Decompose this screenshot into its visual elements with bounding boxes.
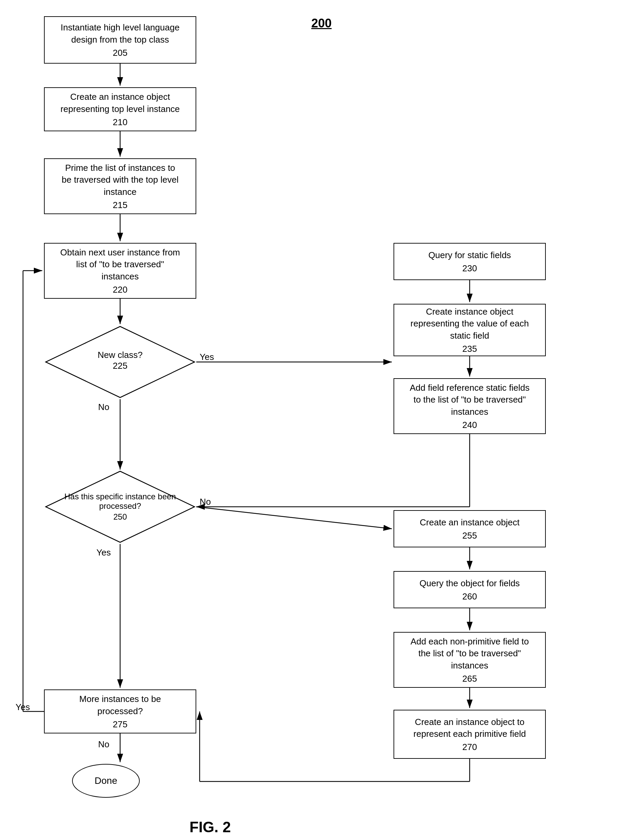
- box-215: Prime the list of instances tobe travers…: [44, 158, 196, 214]
- svg-text:New class?: New class?: [98, 350, 143, 360]
- svg-text:Has this specific instance bee: Has this specific instance been: [64, 492, 176, 501]
- done-label: Done: [95, 776, 117, 786]
- box-205-step: 205: [113, 48, 127, 58]
- diamond-250: Has this specific instance been processe…: [44, 470, 196, 544]
- box-220-label: Obtain next user instance fromlist of "t…: [60, 247, 180, 282]
- box-235-step: 235: [462, 344, 477, 354]
- box-230-label: Query for static fields: [429, 249, 511, 261]
- box-260-step: 260: [462, 591, 477, 602]
- yes-label-225: Yes: [200, 352, 214, 362]
- box-210-step: 210: [113, 117, 127, 127]
- box-215-step: 215: [113, 200, 127, 211]
- box-205: Instantiate high level languagedesign fr…: [44, 16, 196, 64]
- box-220-step: 220: [113, 285, 127, 295]
- box-230-step: 230: [462, 263, 477, 274]
- box-255-step: 255: [462, 530, 477, 541]
- no-label-275: No: [98, 739, 109, 750]
- box-210: Create an instance objectrepresenting to…: [44, 87, 196, 131]
- box-215-label: Prime the list of instances tobe travers…: [61, 162, 178, 198]
- box-260: Query the object for fields 260: [394, 571, 546, 608]
- box-265-label: Add each non-primitive field tothe list …: [410, 636, 529, 671]
- svg-text:250: 250: [113, 512, 127, 521]
- svg-line-18: [196, 507, 392, 529]
- box-205-label: Instantiate high level languagedesign fr…: [61, 22, 180, 45]
- oval-done: Done: [72, 764, 140, 798]
- yes-label-275: Yes: [16, 702, 30, 713]
- svg-text:processed?: processed?: [99, 501, 141, 511]
- box-230: Query for static fields 230: [394, 243, 546, 280]
- box-255: Create an instance object 255: [394, 510, 546, 547]
- diamond-225: New class? 225: [44, 325, 196, 399]
- yes-label-250: Yes: [96, 547, 111, 558]
- no-label-250: No: [200, 497, 211, 507]
- flowchart-diagram: 200 Instantiate high level languagedesig…: [0, 0, 627, 840]
- svg-text:225: 225: [113, 361, 127, 371]
- no-label-225: No: [98, 402, 109, 412]
- box-275: More instances to beprocessed? 275: [44, 689, 196, 733]
- box-260-label: Query the object for fields: [419, 577, 520, 589]
- box-265-step: 265: [462, 673, 477, 684]
- box-255-label: Create an instance object: [420, 517, 520, 529]
- box-240: Add field reference static fieldsto the …: [394, 378, 546, 434]
- box-275-step: 275: [113, 719, 127, 730]
- box-240-label: Add field reference static fieldsto the …: [410, 382, 529, 417]
- box-270-step: 270: [462, 742, 477, 752]
- box-235-label: Create instance objectrepresenting the v…: [410, 306, 529, 341]
- box-270-label: Create an instance object torepresent ea…: [413, 716, 526, 740]
- box-265: Add each non-primitive field tothe list …: [394, 632, 546, 688]
- box-235: Create instance objectrepresenting the v…: [394, 304, 546, 356]
- box-270: Create an instance object torepresent ea…: [394, 710, 546, 759]
- box-220: Obtain next user instance fromlist of "t…: [44, 243, 196, 299]
- box-275-label: More instances to beprocessed?: [79, 693, 161, 717]
- diagram-number: 200: [311, 16, 332, 30]
- box-210-label: Create an instance objectrepresenting to…: [61, 91, 180, 115]
- box-240-step: 240: [462, 420, 477, 430]
- figure-label: FIG. 2: [189, 819, 231, 835]
